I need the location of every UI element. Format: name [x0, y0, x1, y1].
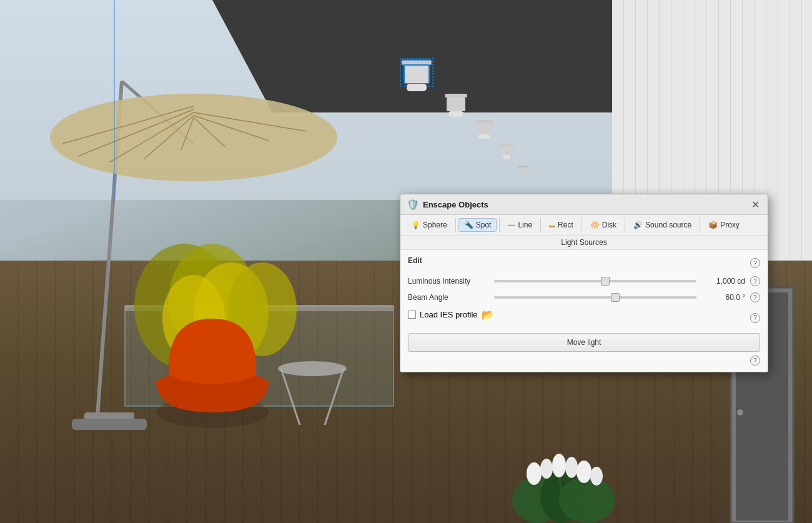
toolbar-btn-proxy[interactable]: 📦 Proxy	[703, 218, 745, 232]
disk-label: Disk	[602, 221, 616, 229]
toolbar-sep-1	[455, 217, 456, 232]
load-ies-checkbox-row: Load IES profile 📂	[408, 309, 494, 321]
move-light-help-icon[interactable]: ?	[750, 356, 760, 366]
toolbar-sep-5	[625, 217, 625, 232]
luminous-intensity-help-icon[interactable]: ?	[750, 276, 760, 286]
move-light-label: Move light	[567, 338, 602, 347]
sphere-icon: 💡	[411, 221, 420, 229]
dialog-content: Edit ? Luminous Intensity 1,000 cd ? Bea…	[400, 250, 768, 372]
luminous-intensity-thumb[interactable]	[601, 277, 610, 286]
sphere-label: Sphere	[423, 221, 447, 229]
luminous-intensity-track	[494, 280, 696, 282]
beam-angle-value: 60.0 °	[701, 293, 745, 302]
sound-source-icon: 🔊	[633, 221, 643, 229]
close-button[interactable]: ✕	[749, 198, 761, 211]
beam-angle-thumb[interactable]	[611, 293, 620, 302]
sound-source-label: Sound source	[645, 221, 691, 229]
luminous-intensity-value: 1,000 cd	[701, 277, 745, 286]
proxy-icon: 📦	[708, 221, 718, 229]
section-label: Light Sources	[561, 238, 607, 247]
rect-icon: ▬	[549, 222, 555, 229]
luminous-intensity-slider-container	[494, 280, 696, 282]
dialog-title: Enscape Objects	[423, 200, 488, 209]
rect-label: Rect	[558, 221, 573, 229]
line-icon: ━━	[508, 222, 515, 229]
beam-angle-help-icon[interactable]: ?	[750, 292, 760, 302]
folder-icon[interactable]: 📂	[482, 309, 494, 321]
dialog-titlebar: 🛡️ Enscape Objects ✕	[400, 194, 768, 215]
spot-icon: 🔦	[464, 221, 473, 229]
edit-help-icon[interactable]: ?	[750, 258, 760, 268]
luminous-intensity-row: Luminous Intensity 1,000 cd ?	[408, 276, 760, 286]
proxy-label: Proxy	[720, 221, 740, 229]
dialog-title-left: 🛡️ Enscape Objects	[407, 199, 488, 211]
beam-angle-track	[494, 296, 696, 299]
beam-angle-label: Beam Angle	[408, 293, 489, 302]
beam-angle-row: Beam Angle 60.0 ° ?	[408, 292, 760, 302]
toolbar-btn-line[interactable]: ━━ Line	[502, 218, 538, 232]
toolbar-sep-4	[582, 217, 582, 232]
enscape-objects-dialog: 🛡️ Enscape Objects ✕ 💡 Sphere 🔦 Spot ━━ …	[400, 194, 768, 372]
load-ies-help-icon[interactable]: ?	[750, 313, 760, 323]
toolbar-sep-6	[700, 217, 700, 232]
toolbar-sep-3	[540, 217, 541, 232]
section-header: Light Sources	[400, 236, 768, 250]
luminous-intensity-label: Luminous Intensity	[408, 277, 489, 286]
toolbar-sep-2	[499, 217, 500, 232]
load-ies-label: Load IES profile	[420, 310, 478, 319]
spot-label: Spot	[476, 221, 492, 229]
load-ies-row: Load IES profile 📂 ?	[408, 309, 760, 327]
toolbar-btn-sphere[interactable]: 💡 Sphere	[405, 218, 453, 232]
edit-section-row: Edit ?	[408, 256, 760, 270]
toolbar-btn-disk[interactable]: 🔆 Disk	[585, 218, 622, 232]
toolbar-btn-sound-source[interactable]: 🔊 Sound source	[628, 218, 697, 232]
load-ies-checkbox[interactable]	[408, 311, 416, 319]
disk-icon: 🔆	[590, 221, 600, 229]
beam-angle-slider-container	[494, 296, 696, 299]
line-label: Line	[518, 221, 532, 229]
toolbar-btn-spot[interactable]: 🔦 Spot	[458, 218, 497, 232]
edit-title: Edit	[408, 256, 422, 265]
toolbar-btn-rect[interactable]: ▬ Rect	[543, 218, 579, 232]
move-light-button[interactable]: Move light	[408, 333, 760, 352]
dialog-toolbar: 💡 Sphere 🔦 Spot ━━ Line ▬ Rect 🔆 Disk	[400, 215, 768, 236]
enscape-icon: 🛡️	[407, 199, 419, 211]
